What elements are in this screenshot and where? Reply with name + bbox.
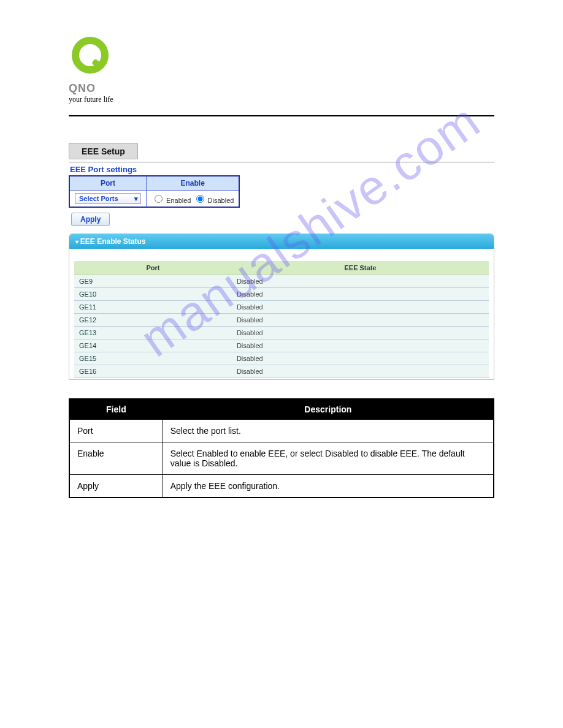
status-cell-port: GE11 — [74, 301, 232, 314]
table-row: GE11Disabled — [74, 301, 489, 314]
table-row: GE13Disabled — [74, 327, 489, 339]
status-cell-port: GE12 — [74, 314, 232, 327]
desc-cell-desc: Select Enabled to enable EEE, or select … — [163, 442, 494, 475]
table-row: GE12Disabled — [74, 314, 489, 327]
status-cell-state: Disabled — [232, 352, 489, 365]
setup-title-badge: EEE Setup — [69, 143, 138, 159]
table-row: EnableSelect Enabled to enable EEE, or s… — [69, 442, 494, 475]
col-header-port: Port — [69, 176, 147, 191]
status-cell-state: Disabled — [232, 365, 489, 378]
table-row: GE10Disabled — [74, 288, 489, 301]
brand-tagline: your future life — [69, 95, 494, 104]
select-ports-dropdown[interactable]: Select Ports — [75, 193, 141, 204]
screenshot-container: EEE Setup EEE Port settings Port Enable … — [69, 141, 494, 380]
brand-name: QNO — [69, 82, 494, 95]
header-divider — [69, 115, 494, 116]
status-cell-port: GE13 — [74, 327, 232, 339]
desc-cell-desc: Select the port list. — [163, 420, 494, 442]
port-settings-table: Port Enable Select Ports Enabled Disable… — [69, 175, 240, 208]
status-cell-port: GE10 — [74, 288, 232, 301]
col-header-enable: Enable — [147, 176, 240, 191]
table-row: GE15Disabled — [74, 352, 489, 365]
apply-button[interactable]: Apply — [71, 213, 110, 226]
description-table: Field Description PortSelect the port li… — [69, 398, 494, 498]
status-cell-state: Disabled — [232, 301, 489, 314]
status-cell-state: Disabled — [232, 327, 489, 339]
table-row: PortSelect the port list. — [69, 420, 494, 442]
status-cell-state: Disabled — [232, 288, 489, 301]
desc-cell-field: Apply — [69, 475, 163, 498]
status-cell-port: GE16 — [74, 365, 232, 378]
status-cell-state: Disabled — [232, 275, 489, 288]
status-cell-port: GE14 — [74, 339, 232, 352]
table-row: ApplyApply the EEE configuration. — [69, 475, 494, 498]
status-col-port: Port — [74, 261, 232, 275]
table-row: GE14Disabled — [74, 339, 489, 352]
disabled-radio-label: Disabled — [208, 197, 234, 204]
table-row: GE16Disabled — [74, 365, 489, 378]
table-row: GE9Disabled — [74, 275, 489, 288]
disabled-radio[interactable]: Disabled — [193, 197, 234, 204]
disabled-radio-input[interactable] — [196, 195, 204, 203]
desc-head-field: Field — [69, 399, 163, 420]
status-col-state: EEE State — [232, 261, 489, 275]
enabled-radio-input[interactable] — [155, 195, 163, 203]
port-settings-title: EEE Port settings — [70, 165, 494, 174]
enabled-radio[interactable]: Enabled — [151, 197, 191, 204]
desc-cell-field: Enable — [69, 442, 163, 475]
status-cell-state: Disabled — [232, 314, 489, 327]
eee-status-table: Port EEE State GE9DisabledGE10DisabledGE… — [74, 261, 489, 378]
setup-underline — [69, 162, 494, 162]
enabled-radio-label: Enabled — [166, 197, 191, 204]
brand-logo-block: QNO your future life — [69, 37, 494, 104]
eee-status-panel: EEE Enable Status Port EEE State GE9Disa… — [69, 233, 494, 380]
status-cell-state: Disabled — [232, 339, 489, 352]
eee-status-header[interactable]: EEE Enable Status — [69, 234, 494, 249]
logo-q-icon — [69, 37, 112, 80]
status-cell-port: GE9 — [74, 275, 232, 288]
desc-head-desc: Description — [163, 399, 494, 420]
desc-cell-desc: Apply the EEE configuration. — [163, 475, 494, 498]
status-cell-port: GE15 — [74, 352, 232, 365]
desc-cell-field: Port — [69, 420, 163, 442]
